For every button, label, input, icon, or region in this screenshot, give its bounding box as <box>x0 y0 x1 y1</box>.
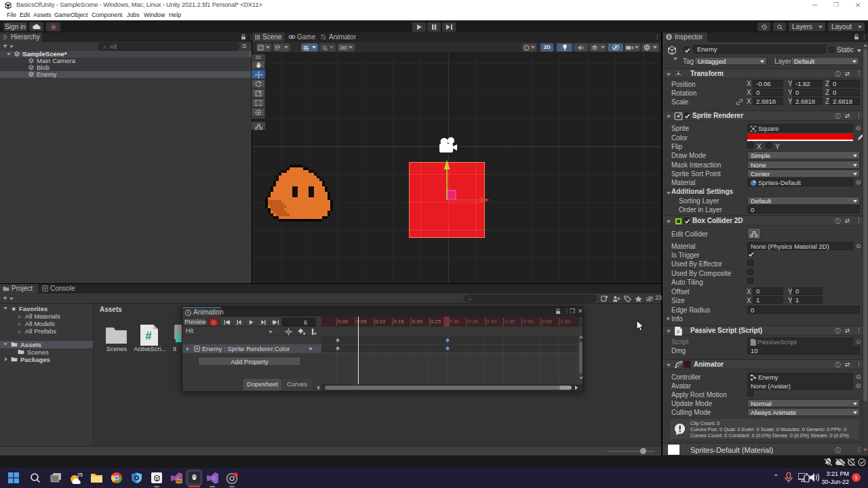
svg-text:PRO: PRO <box>176 480 182 483</box>
svg-text:#: # <box>677 329 679 335</box>
svg-text:25°: 25° <box>77 472 83 477</box>
svg-text:#: # <box>145 329 152 342</box>
